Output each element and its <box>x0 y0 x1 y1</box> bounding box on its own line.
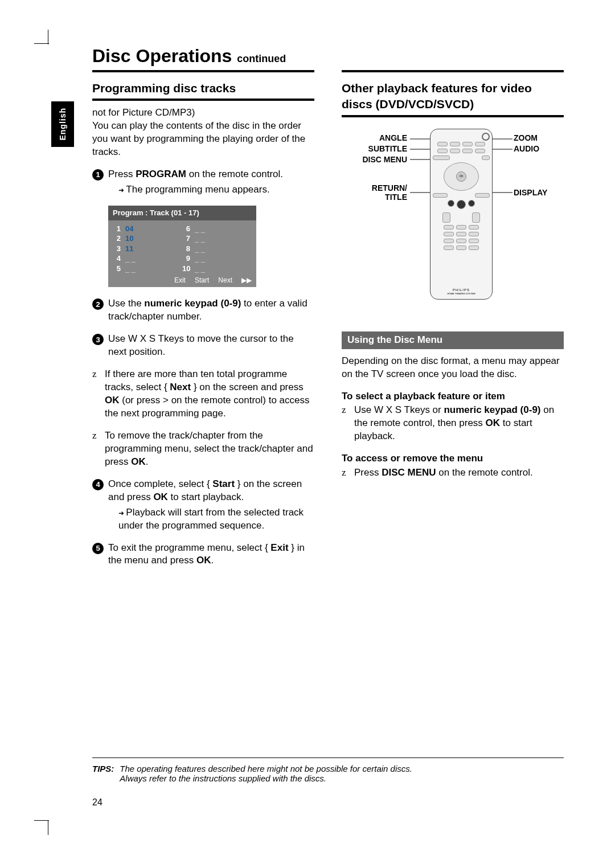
remote-diagram: ANGLE SUBTITLE DISC MENU RETURN/ TITLE Z… <box>342 129 564 311</box>
step-5: 5 To exit the programme menu, select { E… <box>92 542 314 568</box>
step-number-icon: 5 <box>92 543 104 554</box>
table-header: Program : Track (01 - 17) <box>108 206 256 220</box>
label-display: DISPLAY <box>514 188 547 197</box>
label-disc-menu: DISC MENU <box>342 155 407 164</box>
label-subtitle: SUBTITLE <box>342 144 407 153</box>
table-row: 4_ _9_ _ <box>113 253 252 264</box>
label-angle: ANGLE <box>342 133 407 142</box>
step-2: 2 Use the numeric keypad (0-9) to enter … <box>92 297 314 324</box>
step-sub: ➜ The programming menu appears. <box>118 183 314 196</box>
gray-heading-disc-menu: Using the Disc Menu <box>342 331 564 349</box>
table-footer: Exit Start Next ▶▶ <box>113 273 252 285</box>
tips-label: TIPS: <box>92 764 114 783</box>
rule <box>342 70 564 72</box>
page-content: Disc Operations continued Programming di… <box>51 46 564 576</box>
bullet-remove: z To remove the track/chapter from the p… <box>92 429 314 469</box>
page-title: Disc Operations continued <box>92 46 564 67</box>
page-title-continued: continued <box>237 53 286 64</box>
page-number: 24 <box>92 797 102 808</box>
table-body: 1046_ _2107_ _3118_ _4_ _9_ _5_ _10_ _ E… <box>108 220 256 288</box>
remote-subtitle: HOME THEATER SYSTEM <box>448 292 475 295</box>
table-row: 2107_ _ <box>113 234 252 244</box>
rule <box>92 70 314 72</box>
bullet-access: z Press DISC MENU on the remote control. <box>342 466 564 480</box>
disc-menu-intro: Depending on the disc format, a menu may… <box>342 355 564 381</box>
crop-mark <box>34 820 49 835</box>
bullet-icon: z <box>92 429 100 469</box>
table-row: 3118_ _ <box>113 244 252 254</box>
bullet-icon: z <box>342 404 350 443</box>
step-1: 1 Press PROGRAM on the remote control. ➜… <box>92 168 314 196</box>
label-audio: AUDIO <box>514 144 539 153</box>
program-menu-table: Program : Track (01 - 17) 1046_ _2107_ _… <box>108 206 256 287</box>
remote-brand: PHILIPS <box>453 288 470 292</box>
bullet-icon: z <box>92 368 100 420</box>
crop-mark <box>34 30 49 44</box>
label-return-title: RETURN/ TITLE <box>342 183 407 202</box>
left-column: Programming disc tracks not for Picture … <box>92 70 314 576</box>
note-text: not for Picture CD/MP3) You can play the… <box>92 107 314 159</box>
tips-footer: TIPS: The operating features described h… <box>92 758 564 783</box>
step-number-icon: 3 <box>92 334 104 345</box>
table-row: 1046_ _ <box>113 224 252 234</box>
step-number-icon: 2 <box>92 298 104 310</box>
section-heading-programming: Programming disc tracks <box>92 80 314 101</box>
section-heading-playback: Other playback features for video discs … <box>342 80 564 117</box>
tips-body: The operating features described here mi… <box>120 764 412 783</box>
label-zoom: ZOOM <box>514 133 538 142</box>
page-title-main: Disc Operations <box>92 46 232 66</box>
step-3: 3 Use W X S Tkeys to move the cursor to … <box>92 333 314 359</box>
step-sub: ➜ Playback will start from the selected … <box>118 506 314 533</box>
step-number-icon: 4 <box>92 479 104 490</box>
bullet-icon: z <box>342 466 350 480</box>
bullet-next: z If there are more than ten total progr… <box>92 368 314 420</box>
bullet-select: z Use W X S Tkeys or numeric keypad (0-9… <box>342 404 564 443</box>
table-row: 5_ _10_ _ <box>113 264 252 274</box>
step-4: 4 Once complete, select { Start } on the… <box>92 478 314 533</box>
sub-heading-select: To select a playback feature or item <box>342 390 564 403</box>
remote-control-icon: OK PHILIPS HOME THEATER SYSTEM <box>430 129 493 300</box>
step-number-icon: 1 <box>92 169 104 181</box>
right-column: Other playback features for video discs … <box>342 70 564 576</box>
sub-heading-access: To access or remove the menu <box>342 452 564 465</box>
